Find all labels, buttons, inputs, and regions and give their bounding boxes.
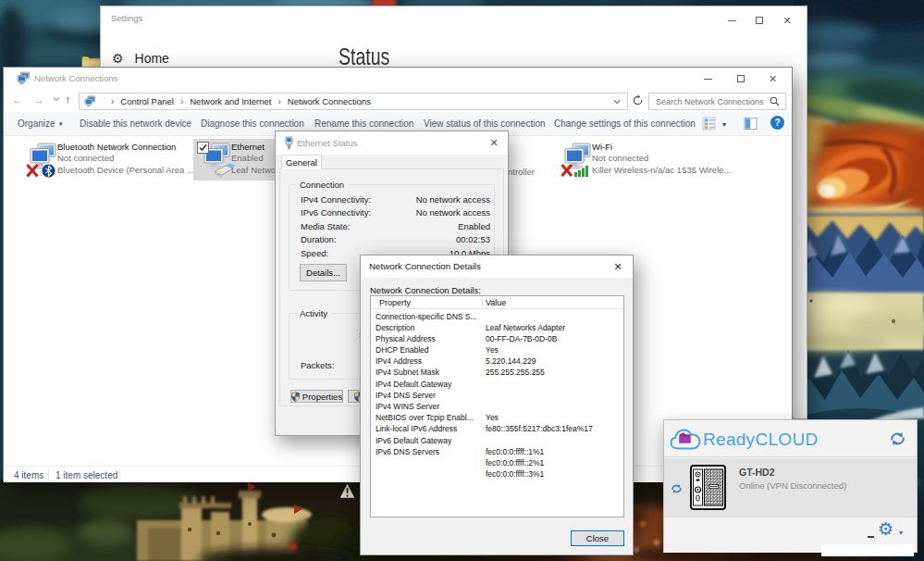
- gear-icon: ⚙: [112, 51, 124, 66]
- settings-home-label: Home: [135, 51, 169, 66]
- nc-maximize-button[interactable]: [724, 68, 757, 90]
- search-box[interactable]: Search Network Connections: [648, 93, 786, 110]
- details-table-header: Property Value: [371, 296, 623, 309]
- settings-gear-icon[interactable]: ⚙: [878, 518, 893, 540]
- property-cell: Connection-specific DNS S...: [376, 312, 477, 321]
- settings-home-nav[interactable]: ⚙ Home: [112, 51, 169, 66]
- property-cell: IPv4 Default Gateway: [376, 380, 451, 389]
- selected-checkbox-icon[interactable]: [197, 142, 209, 154]
- property-cell: IPv4 WINS Server: [376, 402, 439, 411]
- row-value: 00:02:53: [456, 234, 490, 244]
- connection-device-fragment: ntroller: [508, 167, 535, 177]
- property-cell: IPv6 DNS Servers: [376, 447, 439, 456]
- value-cell: Leaf Networks Adapter: [486, 323, 565, 332]
- network-connection-details-dialog: Network Connection Details ✕ Network Con…: [360, 255, 634, 555]
- settings-close-button[interactable]: ✕: [773, 10, 801, 31]
- properties-button[interactable]: Properties: [290, 390, 343, 403]
- eth-dialog-titlebar[interactable]: Ethernet Status ✕: [276, 131, 508, 155]
- details-table-row: fec0:0:0:ffff::2%1: [371, 456, 623, 468]
- details-table-row: Description Leaf Networks Adapter: [371, 321, 623, 332]
- minimize-icon: [704, 79, 712, 80]
- disable-device-button[interactable]: Disable this network device: [80, 118, 191, 129]
- details-table-row: fec0:0:0:ffff::3%1: [371, 468, 623, 480]
- connection-item-bluetooth[interactable]: Bluetooth Network Connection Not connect…: [19, 139, 189, 181]
- value-cell: fe80::355f:5217:dbc3:1fea%17: [486, 424, 593, 433]
- up-button[interactable]: ↑: [65, 94, 70, 106]
- help-button[interactable]: ?: [770, 116, 784, 130]
- minimize-icon: [728, 20, 736, 21]
- close-icon: ✕: [782, 15, 791, 27]
- address-dropdown-icon[interactable]: [613, 99, 621, 105]
- ethernet-status-icon: [284, 136, 294, 149]
- connection-status-row: Duration: 00:02:53: [301, 233, 490, 247]
- readycloud-device-row[interactable]: GT-HD2 Online (VPN Disconnected): [664, 458, 917, 517]
- connection-device: Bluetooth Device (Personal Area ...: [57, 165, 194, 177]
- nc-minimize-button[interactable]: [692, 68, 724, 90]
- preview-pane-icon[interactable]: [744, 117, 758, 131]
- recent-pages-chevron-icon[interactable]: [53, 96, 60, 102]
- forward-button[interactable]: →: [33, 94, 44, 106]
- gear-caret-icon[interactable]: ▾: [899, 529, 903, 537]
- close-button[interactable]: Close: [571, 530, 624, 546]
- diagnose-connection-button[interactable]: Diagnose this connection: [201, 118, 304, 129]
- value-cell: fec0:0:0:ffff::1%1: [486, 447, 544, 456]
- eth-close-button[interactable]: ✕: [480, 131, 508, 155]
- rename-connection-button[interactable]: Rename this connection: [314, 118, 413, 129]
- eth-dialog-title: Ethernet Status: [297, 138, 357, 148]
- property-cell: DHCP Enabled: [376, 345, 429, 355]
- row-value: No network access: [416, 194, 490, 205]
- readycloud-title: ReadyCLOUD: [703, 430, 818, 450]
- details-close-button[interactable]: ✕: [603, 256, 633, 278]
- column-property: Property: [379, 298, 411, 307]
- nc-titlebar[interactable]: Network Connections ✕: [4, 68, 792, 90]
- connection-item-wifi[interactable]: Wi-Fi Not connected Killer Wireless-n/a/…: [554, 139, 723, 181]
- change-settings-button[interactable]: Change settings of this connection: [554, 118, 696, 129]
- details-table: Property Value Connection-specific DNS S…: [370, 295, 624, 517]
- details-table-row: Link-local IPv6 Address fe80::355f:5217:…: [371, 423, 623, 434]
- details-table-row: Physical Address 00-FF-DA-7B-0D-0B: [371, 332, 623, 343]
- connection-rows: IPv4 Connectivity: No network access IPv…: [301, 193, 490, 260]
- details-dialog-titlebar[interactable]: Network Connection Details ✕: [361, 256, 633, 278]
- details-button[interactable]: Details...: [300, 264, 347, 281]
- value-cell: Yes: [486, 345, 499, 355]
- close-icon: ✕: [769, 73, 777, 85]
- row-label: IPv6 Connectivity:: [301, 207, 371, 218]
- row-label: Speed:: [301, 248, 328, 258]
- connection-status-row: IPv6 Connectivity: No network access: [301, 206, 490, 220]
- breadcrumb-network-connections[interactable]: Network Connections: [288, 96, 371, 106]
- nc-close-button[interactable]: ✕: [757, 68, 789, 90]
- details-table-row: IPv4 DNS Server: [371, 389, 623, 400]
- warning-triangle-icon[interactable]: [338, 480, 357, 501]
- settings-minimize-button[interactable]: [718, 10, 745, 31]
- view-mode-caret-icon[interactable]: ▾: [722, 120, 726, 129]
- search-input[interactable]: Search Network Connections: [656, 97, 770, 106]
- connection-status: Not connected: [57, 153, 194, 165]
- device-sync-icon[interactable]: [671, 483, 683, 494]
- refresh-icon[interactable]: [632, 94, 644, 106]
- address-bar[interactable]: › Control Panel › Network and Internet ›…: [79, 93, 628, 110]
- value-cell: 00-FF-DA-7B-0D-0B: [486, 334, 557, 343]
- column-value: Value: [486, 298, 506, 307]
- readycloud-header: ReadyCLOUD: [664, 420, 917, 457]
- back-button[interactable]: ←: [12, 94, 23, 106]
- breadcrumb-separator: ›: [277, 96, 280, 106]
- breadcrumb-control-panel[interactable]: Control Panel: [120, 96, 174, 106]
- view-status-button[interactable]: View status of this connection: [424, 118, 546, 129]
- status-separator: [119, 468, 120, 480]
- property-cell: Link-local IPv6 Address: [376, 424, 457, 433]
- details-table-row: IPv6 DNS Servers fec0:0:0:ffff::1%1: [371, 445, 623, 456]
- footer-white-box: [821, 544, 914, 556]
- search-icon[interactable]: [770, 96, 780, 106]
- row-label: Duration:: [301, 234, 337, 244]
- maximize-icon: [737, 75, 745, 82]
- breadcrumb-network-and-internet[interactable]: Network and Internet: [190, 96, 271, 106]
- breadcrumb: › Control Panel › Network and Internet ›…: [105, 96, 371, 106]
- settings-maximize-button[interactable]: [745, 10, 773, 31]
- view-mode-icon[interactable]: [702, 117, 717, 131]
- details-table-row: DHCP Enabled Yes: [371, 344, 623, 355]
- organize-button[interactable]: Organize: [18, 118, 55, 129]
- network-connections-icon: [17, 71, 31, 85]
- tab-general[interactable]: General: [281, 155, 322, 169]
- refresh-icon[interactable]: [889, 431, 906, 446]
- nc-window-title: Network Connections: [34, 73, 117, 83]
